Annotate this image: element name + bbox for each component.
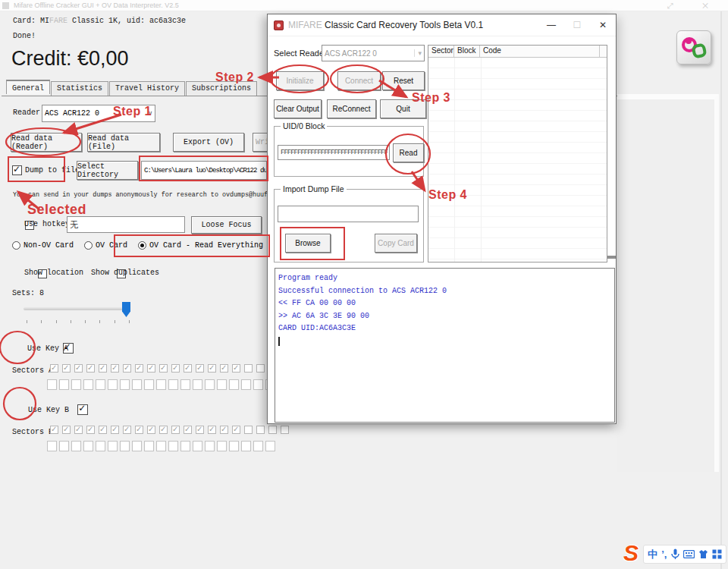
sector-checkbox-checked[interactable] [232,364,240,373]
sector-checkbox-checked[interactable] [147,364,155,373]
sector-checkbox-checked[interactable] [62,364,71,373]
close-icon[interactable]: ✕ [590,14,616,36]
select-directory-button[interactable]: Select Directory [77,161,138,180]
sector-checkbox[interactable] [180,441,190,451]
sector-checkbox[interactable] [241,441,251,451]
sector-checkbox[interactable] [144,379,154,390]
dump-path-field[interactable]: C:\Users\Laura luo\Desktop\ACR122 du [141,161,267,180]
sector-checkbox[interactable] [47,441,57,451]
sector-checkbox[interactable] [217,379,227,390]
output-console[interactable]: Program readySuccessful connection to AC… [275,268,615,423]
sector-checkbox-checked[interactable] [123,426,131,434]
sector-checkbox[interactable] [256,426,265,434]
sector-checkbox[interactable] [244,364,253,373]
sector-checkbox[interactable] [47,379,57,390]
sectors-b-checkbox-row2[interactable] [47,441,275,451]
sector-checkbox-checked[interactable] [123,364,131,373]
sector-checkbox[interactable] [168,379,178,390]
sector-checkbox[interactable] [120,379,130,390]
sector-checkbox-checked[interactable] [220,364,228,373]
col-header-block[interactable]: Block [454,46,480,57]
chinese-lang-icon[interactable]: 中 [648,549,657,559]
sector-checkbox[interactable] [156,379,166,390]
reconnect-button[interactable]: ReConnect [327,99,376,118]
tab-subscriptions[interactable]: Subscriptions [186,81,257,96]
sector-checkbox[interactable] [108,441,118,451]
radio-ov-card-read-everything[interactable]: OV Card - Read Everything [138,241,263,250]
sector-checkbox-checked[interactable] [159,364,168,373]
radio-ov-card[interactable]: OV Card [84,241,127,250]
radio-dot[interactable] [12,241,20,250]
sector-checkbox[interactable] [217,441,227,451]
sector-checkbox[interactable] [144,441,154,451]
dialog-titlebar[interactable]: MIFARE Classic Card Recovery Tools Beta … [268,14,616,36]
sector-checkbox-checked[interactable] [135,426,143,434]
sector-checkbox-checked[interactable] [99,426,107,434]
sector-checkbox-checked[interactable] [50,426,58,434]
sector-checkbox-checked[interactable] [74,364,83,373]
sector-checkbox[interactable] [241,379,251,390]
sector-checkbox[interactable] [96,379,105,390]
tab-statistics[interactable]: Statistics [51,81,108,96]
dialog-window-controls[interactable]: — ☐ ✕ [538,14,616,36]
sector-checkbox[interactable] [268,426,277,434]
tab-bar[interactable]: GeneralStatisticsTravel HistorySubscript… [6,81,258,96]
sector-checkbox-checked[interactable] [62,426,71,434]
copy-card-button[interactable]: Copy Card [375,234,417,253]
uid-value-field[interactable]: FFFFFFFFFFFFFFFFFFFFFFFFFFFFFFFF [278,145,390,160]
read-data-file-button[interactable]: Read data (File) [87,133,160,152]
sector-checkbox[interactable] [205,441,215,451]
sector-checkbox[interactable] [229,379,239,390]
sector-checkbox[interactable] [229,441,239,451]
export-ov-button[interactable]: Export (OV) [173,133,244,152]
sector-checkbox[interactable] [132,441,142,451]
use-key-b-checkbox[interactable] [77,404,88,415]
sector-checkbox[interactable] [59,441,69,451]
sogou-logo-icon[interactable]: S [623,540,639,566]
sector-checkbox[interactable] [132,379,142,390]
microphone-icon[interactable] [671,549,679,560]
keyboard-icon[interactable] [683,550,695,558]
sector-checkbox-checked[interactable] [159,426,168,434]
sector-checkbox[interactable] [168,441,178,451]
sector-checkbox[interactable] [244,426,253,434]
sets-slider-track[interactable] [24,307,130,310]
sector-checkbox[interactable] [281,426,289,434]
sector-checkbox[interactable] [156,441,166,451]
sector-checkbox-checked[interactable] [196,426,204,434]
sector-checkbox[interactable] [108,379,118,390]
sector-checkbox-checked[interactable] [171,364,180,373]
sector-checkbox[interactable] [265,441,275,451]
sector-checkbox-checked[interactable] [111,426,119,434]
loose-focus-button[interactable]: Loose Focus [191,216,262,234]
clothes-icon[interactable] [698,549,708,559]
dump-to-file-checkbox[interactable] [12,165,22,175]
sector-checkbox[interactable] [253,441,263,451]
sector-checkbox-checked[interactable] [184,426,192,434]
sector-checkbox[interactable] [71,441,81,451]
sectors-a-checkbox-row2[interactable] [47,379,275,390]
radio-non-ov-card[interactable]: Non-OV Card [12,241,74,250]
sector-checkbox-checked[interactable] [74,426,83,434]
sector-checkbox[interactable] [193,441,202,451]
sectors-a-checkbox-row[interactable] [50,364,277,373]
sector-checkbox-checked[interactable] [50,364,58,373]
card-mode-radios[interactable]: Non-OV CardOV CardOV Card - Read Everyth… [12,241,263,250]
sector-checkbox[interactable] [193,379,202,390]
desktop-shortcut-icon[interactable] [676,30,711,64]
radio-dot[interactable] [84,241,93,250]
sector-checkbox-checked[interactable] [147,426,155,434]
scrollbar-thumb[interactable] [607,256,616,259]
sector-checkbox[interactable] [96,441,105,451]
sector-checkbox-checked[interactable] [171,426,180,434]
sector-checkbox-checked[interactable] [220,426,228,434]
sector-checkbox-checked[interactable] [232,426,240,434]
table-header-row[interactable]: Sector Block Code [428,46,607,58]
sector-checkbox-checked[interactable] [86,426,95,434]
col-header-code[interactable]: Code [480,46,600,57]
sector-checkbox[interactable] [71,379,81,390]
initialize-button[interactable]: Initialize [276,71,324,90]
sector-block-code-table[interactable]: Sector Block Code [428,45,607,262]
radio-dot[interactable] [138,241,146,250]
select-reader-dropdown[interactable]: ACS ACR122 0 ▾ [322,45,425,61]
